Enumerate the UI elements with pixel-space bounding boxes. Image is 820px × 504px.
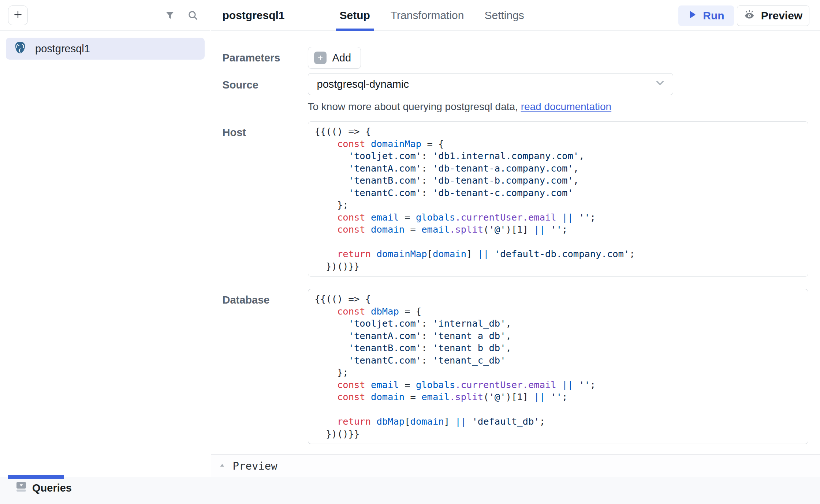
tab-settings[interactable]: Settings [484, 0, 524, 30]
source-select-value: postgresql-dynamic [317, 78, 409, 90]
filter-icon[interactable] [164, 10, 175, 21]
eye-icon [743, 9, 755, 23]
plus-icon [12, 9, 23, 22]
database-row: Database {{(() => { const dbMap = { 'too… [223, 289, 809, 444]
query-list-item-postgresql1[interactable]: postgresql1 [6, 38, 205, 60]
query-list-sidebar: postgresql1 [0, 0, 210, 477]
setup-form: Parameters Add Source postgresql-dynamic [211, 31, 820, 444]
query-list: postgresql1 [0, 31, 210, 60]
tab-setup[interactable]: Setup [340, 0, 370, 30]
collapse-up-icon [219, 462, 225, 470]
queries-panel-label: Queries [32, 482, 72, 494]
preview-collapse-header[interactable]: Preview [211, 454, 820, 477]
parameters-label: Parameters [223, 47, 308, 64]
source-row: Source postgresql-dynamic To know more a… [223, 73, 809, 113]
database-code-editor[interactable]: {{(() => { const dbMap = { 'tooljet.com'… [308, 289, 809, 444]
tab-transformation[interactable]: Transformation [391, 0, 464, 30]
preview-button[interactable]: Preview [737, 5, 809, 26]
active-panel-indicator [8, 475, 64, 479]
read-documentation-link[interactable]: read documentation [521, 101, 612, 112]
sidebar-header [0, 0, 210, 31]
add-button-label: Add [332, 52, 351, 64]
preview-button-label: Preview [761, 10, 802, 22]
query-item-label: postgresql1 [35, 43, 90, 55]
host-code-editor[interactable]: {{(() => { const domainMap = { 'tooljet.… [308, 121, 809, 277]
query-name-title: postgresql1 [223, 9, 285, 22]
plus-icon [314, 52, 327, 64]
postgresql-icon [13, 41, 27, 57]
queries-panel-icon [16, 482, 26, 494]
preview-panel-label: Preview [233, 460, 277, 472]
queries-panel-toggle[interactable]: Queries [16, 482, 72, 494]
parameters-row: Parameters Add [223, 47, 809, 69]
new-query-button[interactable] [8, 5, 28, 25]
bottom-panel-bar: Queries [0, 477, 820, 504]
run-button-label: Run [703, 10, 724, 22]
chevron-down-icon [655, 78, 666, 91]
database-label: Database [223, 289, 308, 306]
play-icon [687, 10, 697, 22]
source-helper-text: To know more about querying postgresql d… [308, 101, 809, 113]
host-label: Host [223, 121, 308, 139]
source-select[interactable]: postgresql-dynamic [308, 73, 673, 95]
editor-tabs: Setup Transformation Settings [340, 0, 524, 30]
run-button[interactable]: Run [678, 5, 734, 26]
search-icon[interactable] [187, 10, 199, 21]
add-parameter-button[interactable]: Add [308, 47, 361, 69]
query-editor-topbar: postgresql1 Setup Transformation Setting… [211, 0, 820, 31]
host-row: Host {{(() => { const domainMap = { 'too… [223, 121, 809, 277]
query-editor-main: postgresql1 Setup Transformation Setting… [211, 0, 820, 477]
source-label: Source [223, 73, 308, 91]
